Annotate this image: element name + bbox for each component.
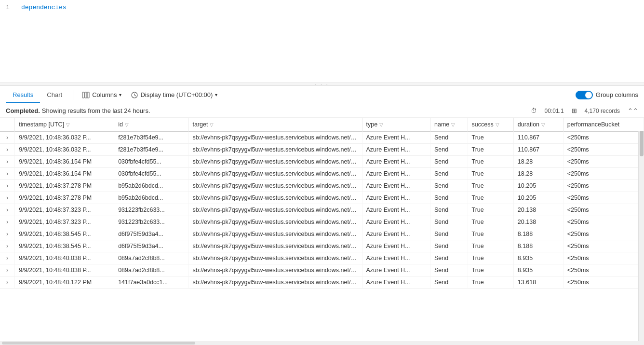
vertical-scrollbar[interactable] [638, 118, 644, 341]
toggle-thumb [585, 92, 592, 98]
cell-success: True [468, 144, 513, 156]
filter-icon-timestamp[interactable]: ▽ [66, 122, 70, 127]
display-time-button[interactable]: Display time (UTC+00:00) ▾ [126, 89, 222, 100]
table-row[interactable]: ›9/9/2021, 10:48:36.154 PM030fbfe4cfd55.… [0, 156, 644, 168]
columns-button[interactable]: Columns ▾ [77, 89, 126, 101]
cell-timestamp: 9/9/2021, 10:48:37.278 PM [15, 192, 114, 204]
col-header-name[interactable]: name ▽ [430, 118, 468, 132]
col-header-success[interactable]: success ▽ [468, 118, 513, 132]
col-header-timestamp[interactable]: timestamp [UTC] ▽ [15, 118, 114, 132]
resize-handle[interactable]: · · · [0, 83, 644, 85]
cell-type: Azure Event H... [362, 204, 430, 216]
expand-button[interactable]: ⌃⌃ [628, 107, 638, 114]
cell-performanceBucket: <250ms [563, 216, 644, 228]
cell-id: 931223fb2c633... [114, 204, 188, 216]
filter-icon-target[interactable]: ▽ [210, 122, 214, 127]
row-expand-arrow[interactable]: › [0, 264, 15, 276]
clock-icon [131, 92, 138, 98]
cell-success: True [468, 132, 513, 144]
cell-success: True [468, 180, 513, 192]
table-row[interactable]: ›9/9/2021, 10:48:38.545 P...d6f975f59d3a… [0, 240, 644, 252]
col-header-perf[interactable]: performanceBucket [563, 118, 644, 132]
cell-performanceBucket: <250ms [563, 228, 644, 240]
cell-target: sb://evhns-pk7qsyygvl5uw-westus.serviceb… [188, 276, 362, 289]
table-row[interactable]: ›9/9/2021, 10:48:36.154 PM030fbfe4cfd55.… [0, 168, 644, 180]
status-right: ⏱ 00:01.1 ⊞ 4,170 records ⌃⌃ [531, 107, 638, 114]
cell-id: b95ab2d6bdcd... [114, 192, 188, 204]
cell-performanceBucket: <250ms [563, 240, 644, 252]
cell-performanceBucket: <250ms [563, 144, 644, 156]
row-expand-arrow[interactable]: › [0, 252, 15, 264]
cell-id: b95ab2d6bdcd... [114, 180, 188, 192]
table-row[interactable]: ›9/9/2021, 10:48:37.278 PMb95ab2d6bdcd..… [0, 180, 644, 192]
group-columns-toggle-container: Group columns [576, 91, 638, 99]
status-icon: ⏱ [531, 107, 537, 114]
table-row[interactable]: ›9/9/2021, 10:48:37.323 P...931223fb2c63… [0, 216, 644, 228]
cell-name: Send [430, 264, 468, 276]
col-header-target[interactable]: target ▽ [188, 118, 362, 132]
cell-id: 089a7ad2cf8b8... [114, 252, 188, 264]
row-expand-arrow[interactable]: › [0, 240, 15, 252]
cell-performanceBucket: <250ms [563, 168, 644, 180]
cell-type: Azure Event H... [362, 168, 430, 180]
row-expand-arrow[interactable]: › [0, 132, 15, 144]
row-expand-arrow[interactable]: › [0, 216, 15, 228]
cell-id: 931223fb2c633... [114, 216, 188, 228]
row-expand-arrow[interactable]: › [0, 180, 15, 192]
cell-type: Azure Event H... [362, 264, 430, 276]
results-table: timestamp [UTC] ▽ id ▽ target ▽ [0, 118, 644, 289]
table-row[interactable]: ›9/9/2021, 10:48:37.323 P...931223fb2c63… [0, 204, 644, 216]
cell-name: Send [430, 252, 468, 264]
table-row[interactable]: ›9/9/2021, 10:48:37.278 PMb95ab2d6bdcd..… [0, 192, 644, 204]
cell-timestamp: 9/9/2021, 10:48:36.032 P... [15, 144, 114, 156]
results-table-container[interactable]: timestamp [UTC] ▽ id ▽ target ▽ [0, 118, 644, 341]
cell-type: Azure Event H... [362, 228, 430, 240]
query-code[interactable]: dependencies [21, 4, 67, 11]
cell-timestamp: 9/9/2021, 10:48:40.122 PM [15, 276, 114, 289]
filter-icon-id[interactable]: ▽ [125, 122, 129, 127]
cell-id: 030fbfe4cfd55... [114, 156, 188, 168]
cell-timestamp: 9/9/2021, 10:48:36.032 P... [15, 132, 114, 144]
cell-timestamp: 9/9/2021, 10:48:37.278 PM [15, 180, 114, 192]
cell-duration: 110.867 [513, 132, 563, 144]
row-expand-arrow[interactable]: › [0, 156, 15, 168]
cell-timestamp: 9/9/2021, 10:48:38.545 P... [15, 240, 114, 252]
filter-icon-duration[interactable]: ▽ [541, 122, 545, 127]
cell-name: Send [430, 276, 468, 289]
table-row[interactable]: ›9/9/2021, 10:48:36.032 P...f281e7b3f54e… [0, 132, 644, 144]
tab-chart[interactable]: Chart [40, 87, 69, 103]
row-expand-arrow[interactable]: › [0, 168, 15, 180]
row-expand-arrow[interactable]: › [0, 228, 15, 240]
row-expand-arrow[interactable]: › [0, 204, 15, 216]
filter-icon-type[interactable]: ▽ [379, 122, 383, 127]
table-row[interactable]: ›9/9/2021, 10:48:38.545 P...d6f975f59d3a… [0, 228, 644, 240]
cell-name: Send [430, 168, 468, 180]
tab-results[interactable]: Results [6, 87, 40, 103]
table-row[interactable]: ›9/9/2021, 10:48:40.038 P...089a7ad2cf8b… [0, 252, 644, 264]
row-expand-arrow[interactable]: › [0, 276, 15, 289]
status-time: 00:01.1 [545, 108, 564, 114]
table-row[interactable]: ›9/9/2021, 10:48:40.122 PM141f7ae3a0dcc1… [0, 276, 644, 289]
table-row[interactable]: ›9/9/2021, 10:48:36.032 P...f281e7b3f54e… [0, 144, 644, 156]
cell-performanceBucket: <250ms [563, 192, 644, 204]
col-header-id[interactable]: id ▽ [114, 118, 188, 132]
cell-id: f281e7b3f54e9... [114, 144, 188, 156]
row-expand-arrow[interactable]: › [0, 192, 15, 204]
filter-icon-name[interactable]: ▽ [451, 122, 455, 127]
horizontal-scrollbar[interactable] [0, 341, 644, 345]
cell-success: True [468, 204, 513, 216]
table-row[interactable]: ›9/9/2021, 10:48:40.038 P...089a7ad2cf8b… [0, 264, 644, 276]
col-header-type[interactable]: type ▽ [362, 118, 430, 132]
col-header-duration[interactable]: duration ▽ [513, 118, 563, 132]
filter-icon-success[interactable]: ▽ [496, 122, 499, 127]
group-columns-toggle[interactable] [576, 91, 593, 99]
cell-success: True [468, 240, 513, 252]
cell-success: True [468, 192, 513, 204]
query-editor[interactable]: 1 dependencies · · · [0, 0, 644, 86]
cell-type: Azure Event H... [362, 192, 430, 204]
table-body: ›9/9/2021, 10:48:36.032 P...f281e7b3f54e… [0, 132, 644, 289]
cell-timestamp: 9/9/2021, 10:48:37.323 P... [15, 216, 114, 228]
status-records: 4,170 records [585, 108, 620, 114]
row-expand-arrow[interactable]: › [0, 144, 15, 156]
status-showing: Showing results from the last 24 hours. [42, 107, 150, 114]
